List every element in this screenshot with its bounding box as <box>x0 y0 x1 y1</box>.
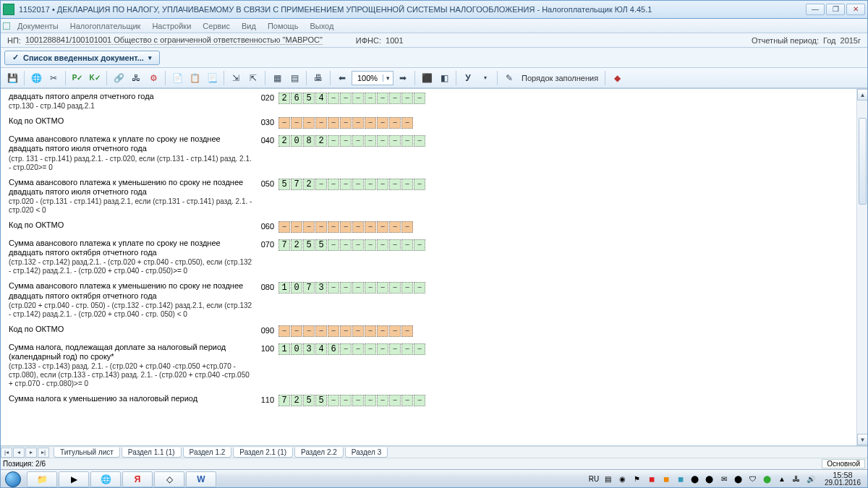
nav-prev-icon[interactable]: ◂ <box>13 448 25 458</box>
tray-icon[interactable]: ▤ <box>603 474 613 484</box>
tray-icon[interactable]: ◼ <box>647 474 657 484</box>
tool-link-icon[interactable]: 🔗 <box>111 70 127 86</box>
input-cell[interactable] <box>340 221 352 233</box>
input-cell[interactable] <box>401 239 413 251</box>
tray-icon[interactable]: 🛡 <box>748 474 758 484</box>
save-icon[interactable]: 💾 <box>4 70 20 86</box>
menu-item[interactable]: Документы <box>12 20 64 32</box>
input-cell[interactable]: 3 <box>315 282 327 294</box>
input-cell[interactable] <box>377 325 388 337</box>
input-cell[interactable] <box>377 239 388 251</box>
input-cell[interactable] <box>328 325 339 337</box>
input-cell[interactable] <box>377 343 388 355</box>
zoom-input[interactable] <box>352 74 383 82</box>
tool-export-icon[interactable]: ⇲ <box>228 70 244 86</box>
input-cell[interactable] <box>414 343 425 355</box>
input-cell[interactable] <box>365 395 376 406</box>
tool-u-icon[interactable]: У <box>460 70 476 86</box>
tray-network-icon[interactable]: 🖧 <box>791 474 801 484</box>
input-cell[interactable] <box>340 135 352 147</box>
input-cell[interactable] <box>389 135 401 147</box>
input-cell[interactable] <box>377 221 388 233</box>
doc-list-button[interactable]: ✓ Список введенных документ... ▾ <box>4 51 160 65</box>
input-cell[interactable] <box>303 117 315 129</box>
maximize-button[interactable]: ❐ <box>826 4 845 15</box>
input-cell[interactable] <box>389 179 401 190</box>
input-cell[interactable] <box>377 395 388 406</box>
tool-doc1-icon[interactable]: 📄 <box>169 70 185 86</box>
input-cell[interactable] <box>401 117 413 129</box>
nav-next-icon[interactable]: ▸ <box>25 448 37 458</box>
input-cell[interactable]: 1 <box>278 282 290 294</box>
input-cell[interactable] <box>389 282 401 294</box>
tray-icon[interactable]: ⬤ <box>762 474 773 484</box>
input-cell[interactable] <box>377 282 388 294</box>
input-cell[interactable]: 7 <box>291 179 302 190</box>
input-cell[interactable] <box>328 93 339 104</box>
input-cell[interactable] <box>352 343 364 355</box>
sheet-tab[interactable]: Титульный лист <box>54 448 120 458</box>
input-cell[interactable] <box>365 325 376 337</box>
input-cell[interactable] <box>389 221 401 233</box>
menu-item[interactable]: Настройки <box>146 20 197 32</box>
input-cell[interactable] <box>365 179 376 190</box>
task-chrome[interactable]: 🌐 <box>90 471 121 487</box>
tool-doc2-icon[interactable]: 📋 <box>187 70 203 86</box>
input-cell[interactable] <box>389 343 401 355</box>
input-cell[interactable] <box>365 117 376 129</box>
cell-group[interactable] <box>278 325 414 337</box>
nav-first-icon[interactable]: |◂ <box>1 448 12 458</box>
input-cell[interactable] <box>291 117 302 129</box>
input-cell[interactable]: 7 <box>303 282 315 294</box>
input-cell[interactable]: 2 <box>315 135 327 147</box>
nav-last-icon[interactable]: ▸| <box>38 448 49 458</box>
input-cell[interactable] <box>278 117 290 129</box>
input-cell[interactable] <box>340 117 352 129</box>
input-cell[interactable] <box>365 135 376 147</box>
menu-item[interactable]: Выход <box>304 20 339 32</box>
input-cell[interactable] <box>328 395 339 406</box>
input-cell[interactable] <box>303 325 315 337</box>
tool-print-icon[interactable]: 🖶 <box>310 70 326 86</box>
tool-layout2-icon[interactable]: ◧ <box>436 70 452 86</box>
input-cell[interactable] <box>401 343 413 355</box>
tool-wand-icon[interactable]: ✎ <box>501 70 517 86</box>
input-cell[interactable] <box>401 395 413 406</box>
input-cell[interactable] <box>377 117 388 129</box>
input-cell[interactable] <box>414 135 425 147</box>
order-label[interactable]: Порядок заполнения <box>522 74 598 82</box>
cell-group[interactable]: 7255 <box>278 239 426 251</box>
tray-icon[interactable]: ◼ <box>676 474 686 484</box>
input-cell[interactable] <box>315 325 327 337</box>
input-cell[interactable] <box>352 93 364 104</box>
menu-item[interactable]: Сервис <box>197 20 236 32</box>
vertical-scrollbar[interactable]: ▲ ▼ <box>856 89 868 445</box>
input-cell[interactable] <box>414 395 425 406</box>
input-cell[interactable] <box>303 221 315 233</box>
input-cell[interactable] <box>365 93 376 104</box>
input-cell[interactable]: 5 <box>315 395 327 406</box>
input-cell[interactable]: 5 <box>303 395 315 406</box>
input-cell[interactable] <box>340 395 352 406</box>
close-button[interactable]: ✕ <box>846 4 865 15</box>
tool-cut-icon[interactable]: ✂ <box>46 70 61 86</box>
input-cell[interactable]: 3 <box>303 343 315 355</box>
tool-layout1-icon[interactable]: ⬛ <box>419 70 435 86</box>
cell-group[interactable] <box>278 116 414 129</box>
tray-icon[interactable]: ⬤ <box>705 474 715 484</box>
input-cell[interactable] <box>315 179 327 190</box>
input-cell[interactable]: 2 <box>303 179 315 190</box>
menu-item[interactable]: Помощь <box>262 20 305 32</box>
cell-group[interactable]: 7255 <box>278 394 426 406</box>
input-cell[interactable]: 5 <box>278 179 290 190</box>
input-cell[interactable] <box>389 93 401 104</box>
sheet-tab[interactable]: Раздел 2.2 <box>294 448 344 458</box>
input-cell[interactable] <box>414 93 425 104</box>
input-cell[interactable]: 7 <box>278 239 290 251</box>
tray-icon[interactable]: ⚑ <box>632 474 642 484</box>
tray-icon[interactable]: ◉ <box>618 474 628 484</box>
input-cell[interactable] <box>414 239 425 251</box>
tray-sound-icon[interactable]: 🔊 <box>806 474 816 484</box>
zoom-in-icon[interactable]: ➡ <box>395 70 411 86</box>
input-cell[interactable] <box>328 282 339 294</box>
